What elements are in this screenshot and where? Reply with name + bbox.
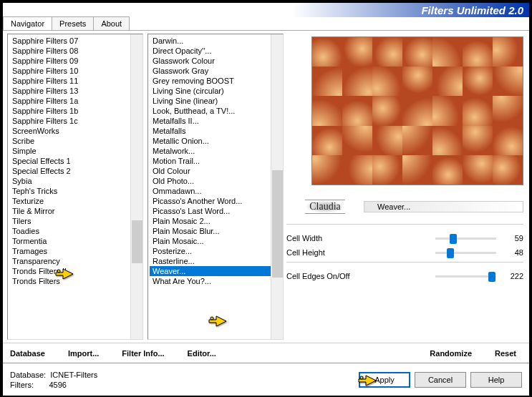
list-item[interactable]: Texturize (9, 196, 141, 206)
list-item[interactable]: Transparency (9, 256, 141, 266)
list-item[interactable]: Toadies (9, 226, 141, 236)
list-item[interactable]: Scribe (9, 136, 141, 146)
link-filter-info[interactable]: Filter Info... (122, 349, 164, 358)
list-item[interactable]: Ommadawn... (150, 186, 281, 196)
list-item[interactable]: Sapphire Filters 08 (9, 46, 141, 56)
tab-about[interactable]: About (93, 16, 130, 30)
filter-scrollbar[interactable] (271, 34, 283, 339)
param-slider[interactable] (435, 275, 496, 278)
list-item[interactable]: Sapphire Filters 11 (9, 76, 141, 86)
param-slider[interactable] (435, 252, 496, 254)
list-item[interactable]: Sapphire Filters 07 (9, 36, 141, 46)
list-item[interactable]: Direct Opacity''... (150, 46, 281, 56)
param-label: Cell Height (286, 248, 430, 257)
list-item[interactable]: Tramages (9, 246, 141, 256)
list-item[interactable]: Living Sine (linear) (150, 96, 281, 106)
list-item[interactable]: Metalfalls II... (150, 116, 281, 126)
bottom-toolbar: Database Import... Filter Info... Editor… (3, 343, 529, 363)
status-text: Database: ICNET-Filters Filters: 4596 (10, 370, 97, 390)
param-value: 59 (502, 234, 523, 242)
category-scrollbar[interactable] (130, 34, 142, 339)
list-item[interactable]: Glasswork Gray (150, 66, 281, 76)
list-item[interactable]: Metalfalls (150, 126, 281, 136)
window-title: Filters Unlimited 2.0 (421, 4, 523, 16)
param-label: Cell Width (286, 234, 430, 242)
list-item[interactable]: Picasso's Another Word... (150, 196, 281, 206)
list-item[interactable]: Metalwork... (150, 146, 281, 156)
list-item[interactable]: Darwin... (150, 36, 281, 46)
link-reset[interactable]: Reset (495, 349, 516, 358)
list-item[interactable]: Sapphire Filters 1c (9, 116, 141, 126)
list-item[interactable]: Teph's Tricks (9, 186, 141, 196)
tab-navigator[interactable]: Navigator (3, 16, 52, 30)
list-item[interactable]: ScreenWorks (9, 126, 141, 136)
list-item[interactable]: Tronds Filters (9, 276, 141, 286)
logo-claudia: Claudia (286, 192, 364, 221)
list-item[interactable]: Weaver... (150, 266, 281, 276)
list-item[interactable]: Living Sine (circular) (150, 86, 281, 96)
list-item[interactable]: Tormentia (9, 236, 141, 246)
list-item[interactable]: What Are You?... (150, 276, 281, 286)
list-item[interactable]: Tilers (9, 216, 141, 226)
list-item[interactable]: Metallic Onion... (150, 136, 281, 146)
param-slider[interactable] (435, 237, 496, 240)
list-item[interactable]: Old Photo... (150, 176, 281, 186)
list-item[interactable]: Motion Trail... (150, 156, 281, 166)
tab-presets[interactable]: Presets (52, 16, 94, 30)
list-item[interactable]: Sapphire Filters 09 (9, 56, 141, 66)
list-item[interactable]: Simple (9, 146, 141, 156)
help-button[interactable]: Help (470, 372, 522, 388)
list-item[interactable]: Glasswork Colour (150, 56, 281, 66)
list-item[interactable]: Tile & Mirror (9, 206, 141, 216)
category-listbox[interactable]: Sapphire Filters 07Sapphire Filters 08Sa… (7, 34, 143, 340)
cancel-button[interactable]: Cancel (415, 372, 466, 388)
list-item[interactable]: Old Colour (150, 166, 281, 176)
list-item[interactable]: Tronds Filters II (9, 266, 141, 276)
param-label: Cell Edges On/Off (286, 272, 430, 280)
param-value: 48 (502, 248, 523, 257)
list-item[interactable]: Sapphire Filters 1b (9, 106, 141, 116)
list-item[interactable]: Rasterline... (150, 256, 281, 266)
list-item[interactable]: Plain Mosaic Blur... (150, 226, 281, 236)
list-item[interactable]: Grey removing BOOST (150, 76, 281, 86)
list-item[interactable]: Look, Butthead, a TV!... (150, 106, 281, 116)
list-item[interactable]: Plain Mosaic 2... (150, 216, 281, 226)
list-item[interactable]: Sybia (9, 176, 141, 186)
filter-name-display: Weaver... (364, 201, 523, 212)
param-value: 222 (502, 272, 523, 280)
list-item[interactable]: Sapphire Filters 13 (9, 86, 141, 96)
list-item[interactable]: Special Effects 2 (9, 166, 141, 176)
link-editor[interactable]: Editor... (188, 349, 216, 358)
list-item[interactable]: Posterize... (150, 246, 281, 256)
preview-image (311, 36, 523, 185)
tab-row: Navigator Presets About (3, 16, 529, 31)
title-bar: Filters Unlimited 2.0 (3, 3, 529, 17)
apply-button[interactable]: Apply (359, 372, 410, 388)
link-import[interactable]: Import... (68, 349, 99, 358)
link-database[interactable]: Database (10, 349, 45, 358)
list-item[interactable]: Sapphire Filters 10 (9, 66, 141, 76)
list-item[interactable]: Plain Mosaic... (150, 236, 281, 246)
link-randomize[interactable]: Randomize (430, 349, 472, 358)
list-item[interactable]: Picasso's Last Word... (150, 206, 281, 216)
list-item[interactable]: Special Effects 1 (9, 156, 141, 166)
list-item[interactable]: Sapphire Filters 1a (9, 96, 141, 106)
filter-listbox[interactable]: Darwin...Direct Opacity''...Glasswork Co… (147, 34, 284, 340)
